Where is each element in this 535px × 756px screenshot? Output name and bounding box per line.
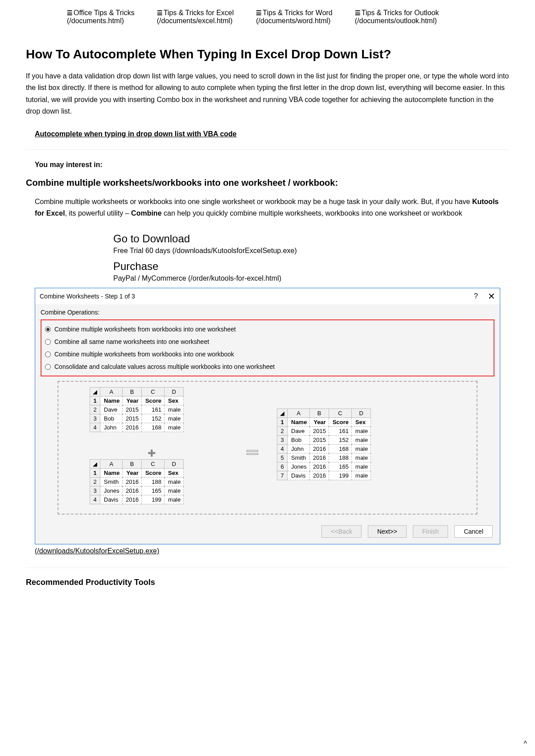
equals-icon — [247, 449, 258, 456]
plus-icon: ✚ — [148, 448, 156, 459]
next-button[interactable]: Next>> — [368, 525, 407, 538]
table-1: ◢ABCD 1NameYearScoreSex 2Dave2015161male… — [90, 387, 184, 432]
finish-button[interactable]: Finish — [413, 525, 448, 538]
top-nav: ☰Office Tips & Tricks(/documents.html) ☰… — [0, 0, 535, 34]
list-icon: ☰ — [256, 9, 262, 16]
close-icon[interactable]: ✕ — [488, 291, 495, 302]
radio-icon — [45, 364, 51, 370]
download-block: Go to Download Free Trial 60 days (/down… — [113, 233, 509, 282]
image-link[interactable]: (/downloads/KutoolsforExcelSetup.exe) — [35, 547, 159, 555]
nav-office[interactable]: ☰Office Tips & Tricks(/documents.html) — [67, 9, 135, 25]
table-2: ◢ABCD 1NameYearScoreSex 2Smith2016188mal… — [90, 459, 184, 504]
back-button[interactable]: <<Back — [321, 525, 361, 538]
op-radio-1[interactable]: Combine multiple worksheets from workboo… — [41, 323, 494, 335]
page-title: How To Autocomplete When Typing In Excel… — [26, 47, 509, 61]
purchase-sub[interactable]: PayPal / MyCommerce (/order/kutools-for-… — [113, 274, 509, 282]
ops-box: Combine multiple worksheets from workboo… — [41, 319, 494, 376]
list-icon: ☰ — [67, 9, 73, 16]
diagram: ◢ABCD 1NameYearScoreSex 2Dave2015161male… — [58, 381, 477, 515]
purchase-heading[interactable]: Purchase — [113, 260, 509, 273]
divider — [26, 149, 509, 150]
radio-icon — [45, 339, 51, 345]
dialog-title-text: Combine Worksheets - Step 1 of 3 — [40, 293, 474, 300]
table-result: ◢ABCD 1NameYearScoreSex 2Dave2015161male… — [277, 409, 371, 480]
interest-heading: You may interest in: — [35, 161, 509, 169]
radio-icon — [45, 351, 51, 357]
op-radio-2[interactable]: Combine all same name worksheets into on… — [41, 335, 494, 348]
combine-dialog: Combine Worksheets - Step 1 of 3 ? ✕ Com… — [35, 288, 500, 544]
ops-label: Combine Operations: — [35, 304, 500, 319]
toc-link[interactable]: Autocomplete when typing in drop down li… — [35, 130, 237, 138]
dialog-buttons: <<Back Next>> Finish Cancel — [35, 519, 500, 544]
nav-word[interactable]: ☰Tips & Tricks for Word(/documents/word.… — [256, 9, 332, 25]
intro-paragraph: If you have a data validation drop down … — [26, 70, 509, 118]
list-icon: ☰ — [157, 9, 163, 16]
recommended-heading: Recommended Productivity Tools — [26, 578, 509, 587]
combine-heading: Combine multiple worksheets/workbooks in… — [26, 178, 509, 188]
dialog-titlebar: Combine Worksheets - Step 1 of 3 ? ✕ — [35, 288, 500, 304]
radio-icon — [45, 327, 51, 332]
op-radio-3[interactable]: Combine multiple worksheets from workboo… — [41, 348, 494, 360]
download-heading[interactable]: Go to Download — [113, 233, 509, 245]
help-icon[interactable]: ? — [474, 292, 478, 300]
cancel-button[interactable]: Cancel — [454, 525, 493, 538]
nav-outlook[interactable]: ☰Tips & Tricks for Outlook(/documents/ou… — [355, 9, 439, 25]
op-radio-4[interactable]: Consolidate and calculate values across … — [41, 360, 494, 373]
divider — [26, 568, 509, 568]
nav-excel[interactable]: ☰Tips & Tricks for Excel(/documents/exce… — [157, 9, 234, 25]
combine-paragraph: Combine multiple worksheets or workbooks… — [35, 196, 509, 220]
download-sub[interactable]: Free Trial 60 days (/downloads/Kutoolsfo… — [113, 247, 509, 255]
list-icon: ☰ — [355, 9, 361, 16]
